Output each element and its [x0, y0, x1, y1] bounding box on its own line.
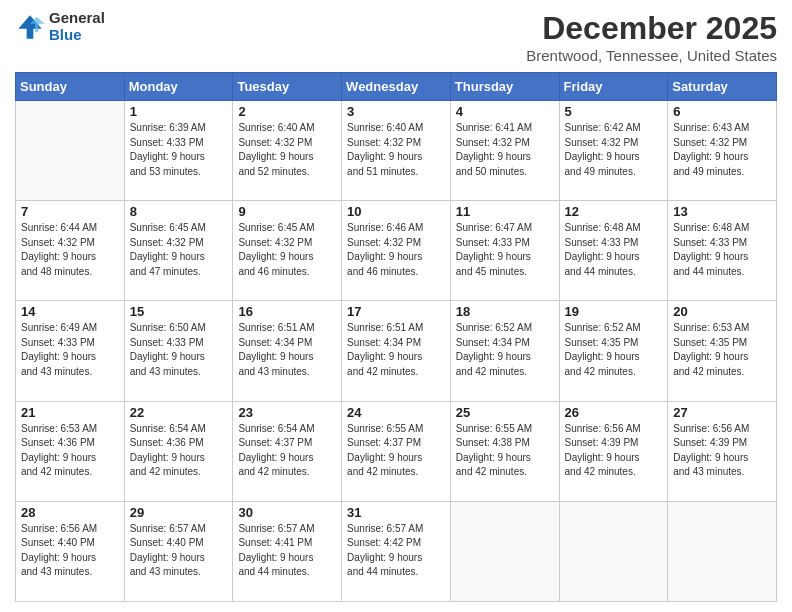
- day-detail: Sunrise: 6:48 AMSunset: 4:33 PMDaylight:…: [565, 221, 663, 279]
- day-detail: Sunrise: 6:44 AMSunset: 4:32 PMDaylight:…: [21, 221, 119, 279]
- day-detail: Sunrise: 6:48 AMSunset: 4:33 PMDaylight:…: [673, 221, 771, 279]
- day-number: 31: [347, 505, 445, 520]
- calendar-day-cell: 5Sunrise: 6:42 AMSunset: 4:32 PMDaylight…: [559, 101, 668, 201]
- day-number: 20: [673, 304, 771, 319]
- calendar-header-cell: Wednesday: [342, 73, 451, 101]
- calendar-week-row: 14Sunrise: 6:49 AMSunset: 4:33 PMDayligh…: [16, 301, 777, 401]
- day-number: 5: [565, 104, 663, 119]
- calendar-body: 1Sunrise: 6:39 AMSunset: 4:33 PMDaylight…: [16, 101, 777, 602]
- logo-general-text: General: [49, 10, 105, 27]
- calendar-day-cell: 23Sunrise: 6:54 AMSunset: 4:37 PMDayligh…: [233, 401, 342, 501]
- title-location: Brentwood, Tennessee, United States: [526, 47, 777, 64]
- day-number: 12: [565, 204, 663, 219]
- day-number: 26: [565, 405, 663, 420]
- day-number: 17: [347, 304, 445, 319]
- day-detail: Sunrise: 6:55 AMSunset: 4:38 PMDaylight:…: [456, 422, 554, 480]
- calendar-day-cell: 18Sunrise: 6:52 AMSunset: 4:34 PMDayligh…: [450, 301, 559, 401]
- calendar-header: SundayMondayTuesdayWednesdayThursdayFrid…: [16, 73, 777, 101]
- calendar-day-cell: 17Sunrise: 6:51 AMSunset: 4:34 PMDayligh…: [342, 301, 451, 401]
- calendar-header-cell: Saturday: [668, 73, 777, 101]
- day-detail: Sunrise: 6:41 AMSunset: 4:32 PMDaylight:…: [456, 121, 554, 179]
- calendar-header-row: SundayMondayTuesdayWednesdayThursdayFrid…: [16, 73, 777, 101]
- logo-icon: [15, 12, 45, 42]
- day-number: 11: [456, 204, 554, 219]
- day-number: 3: [347, 104, 445, 119]
- day-detail: Sunrise: 6:39 AMSunset: 4:33 PMDaylight:…: [130, 121, 228, 179]
- calendar-day-cell: 10Sunrise: 6:46 AMSunset: 4:32 PMDayligh…: [342, 201, 451, 301]
- day-number: 14: [21, 304, 119, 319]
- calendar-day-cell: 20Sunrise: 6:53 AMSunset: 4:35 PMDayligh…: [668, 301, 777, 401]
- day-number: 6: [673, 104, 771, 119]
- day-detail: Sunrise: 6:45 AMSunset: 4:32 PMDaylight:…: [238, 221, 336, 279]
- calendar-day-cell: 25Sunrise: 6:55 AMSunset: 4:38 PMDayligh…: [450, 401, 559, 501]
- day-number: 22: [130, 405, 228, 420]
- calendar-day-cell: [559, 501, 668, 601]
- day-number: 8: [130, 204, 228, 219]
- calendar-table: SundayMondayTuesdayWednesdayThursdayFrid…: [15, 72, 777, 602]
- calendar-day-cell: 15Sunrise: 6:50 AMSunset: 4:33 PMDayligh…: [124, 301, 233, 401]
- day-number: 9: [238, 204, 336, 219]
- calendar-day-cell: 24Sunrise: 6:55 AMSunset: 4:37 PMDayligh…: [342, 401, 451, 501]
- day-detail: Sunrise: 6:54 AMSunset: 4:37 PMDaylight:…: [238, 422, 336, 480]
- day-detail: Sunrise: 6:40 AMSunset: 4:32 PMDaylight:…: [347, 121, 445, 179]
- logo-text: General Blue: [49, 10, 105, 43]
- day-detail: Sunrise: 6:50 AMSunset: 4:33 PMDaylight:…: [130, 321, 228, 379]
- day-number: 4: [456, 104, 554, 119]
- day-detail: Sunrise: 6:42 AMSunset: 4:32 PMDaylight:…: [565, 121, 663, 179]
- calendar-day-cell: 28Sunrise: 6:56 AMSunset: 4:40 PMDayligh…: [16, 501, 125, 601]
- day-number: 2: [238, 104, 336, 119]
- day-number: 23: [238, 405, 336, 420]
- calendar-header-cell: Thursday: [450, 73, 559, 101]
- calendar-day-cell: 13Sunrise: 6:48 AMSunset: 4:33 PMDayligh…: [668, 201, 777, 301]
- day-detail: Sunrise: 6:53 AMSunset: 4:35 PMDaylight:…: [673, 321, 771, 379]
- calendar-day-cell: 27Sunrise: 6:56 AMSunset: 4:39 PMDayligh…: [668, 401, 777, 501]
- day-number: 18: [456, 304, 554, 319]
- calendar-day-cell: [450, 501, 559, 601]
- day-detail: Sunrise: 6:40 AMSunset: 4:32 PMDaylight:…: [238, 121, 336, 179]
- day-detail: Sunrise: 6:47 AMSunset: 4:33 PMDaylight:…: [456, 221, 554, 279]
- calendar-day-cell: 19Sunrise: 6:52 AMSunset: 4:35 PMDayligh…: [559, 301, 668, 401]
- calendar-day-cell: [16, 101, 125, 201]
- calendar-day-cell: 31Sunrise: 6:57 AMSunset: 4:42 PMDayligh…: [342, 501, 451, 601]
- calendar-week-row: 21Sunrise: 6:53 AMSunset: 4:36 PMDayligh…: [16, 401, 777, 501]
- day-number: 10: [347, 204, 445, 219]
- calendar-day-cell: 16Sunrise: 6:51 AMSunset: 4:34 PMDayligh…: [233, 301, 342, 401]
- calendar-day-cell: 3Sunrise: 6:40 AMSunset: 4:32 PMDaylight…: [342, 101, 451, 201]
- header: General Blue December 2025 Brentwood, Te…: [15, 10, 777, 64]
- day-number: 16: [238, 304, 336, 319]
- calendar-day-cell: 12Sunrise: 6:48 AMSunset: 4:33 PMDayligh…: [559, 201, 668, 301]
- day-number: 1: [130, 104, 228, 119]
- day-detail: Sunrise: 6:52 AMSunset: 4:35 PMDaylight:…: [565, 321, 663, 379]
- day-detail: Sunrise: 6:57 AMSunset: 4:42 PMDaylight:…: [347, 522, 445, 580]
- day-detail: Sunrise: 6:51 AMSunset: 4:34 PMDaylight:…: [347, 321, 445, 379]
- day-number: 24: [347, 405, 445, 420]
- calendar-day-cell: 22Sunrise: 6:54 AMSunset: 4:36 PMDayligh…: [124, 401, 233, 501]
- day-detail: Sunrise: 6:56 AMSunset: 4:39 PMDaylight:…: [565, 422, 663, 480]
- day-detail: Sunrise: 6:57 AMSunset: 4:41 PMDaylight:…: [238, 522, 336, 580]
- day-detail: Sunrise: 6:49 AMSunset: 4:33 PMDaylight:…: [21, 321, 119, 379]
- day-number: 27: [673, 405, 771, 420]
- calendar-day-cell: [668, 501, 777, 601]
- calendar-week-row: 1Sunrise: 6:39 AMSunset: 4:33 PMDaylight…: [16, 101, 777, 201]
- day-number: 21: [21, 405, 119, 420]
- calendar-day-cell: 2Sunrise: 6:40 AMSunset: 4:32 PMDaylight…: [233, 101, 342, 201]
- day-detail: Sunrise: 6:46 AMSunset: 4:32 PMDaylight:…: [347, 221, 445, 279]
- calendar-header-cell: Friday: [559, 73, 668, 101]
- title-block: December 2025 Brentwood, Tennessee, Unit…: [526, 10, 777, 64]
- day-number: 28: [21, 505, 119, 520]
- calendar-header-cell: Tuesday: [233, 73, 342, 101]
- day-number: 15: [130, 304, 228, 319]
- day-number: 13: [673, 204, 771, 219]
- day-number: 29: [130, 505, 228, 520]
- calendar-day-cell: 9Sunrise: 6:45 AMSunset: 4:32 PMDaylight…: [233, 201, 342, 301]
- calendar-day-cell: 11Sunrise: 6:47 AMSunset: 4:33 PMDayligh…: [450, 201, 559, 301]
- calendar-day-cell: 1Sunrise: 6:39 AMSunset: 4:33 PMDaylight…: [124, 101, 233, 201]
- day-number: 7: [21, 204, 119, 219]
- page: General Blue December 2025 Brentwood, Te…: [0, 0, 792, 612]
- calendar-day-cell: 21Sunrise: 6:53 AMSunset: 4:36 PMDayligh…: [16, 401, 125, 501]
- day-detail: Sunrise: 6:56 AMSunset: 4:39 PMDaylight:…: [673, 422, 771, 480]
- day-number: 30: [238, 505, 336, 520]
- day-detail: Sunrise: 6:56 AMSunset: 4:40 PMDaylight:…: [21, 522, 119, 580]
- calendar-day-cell: 7Sunrise: 6:44 AMSunset: 4:32 PMDaylight…: [16, 201, 125, 301]
- calendar-day-cell: 14Sunrise: 6:49 AMSunset: 4:33 PMDayligh…: [16, 301, 125, 401]
